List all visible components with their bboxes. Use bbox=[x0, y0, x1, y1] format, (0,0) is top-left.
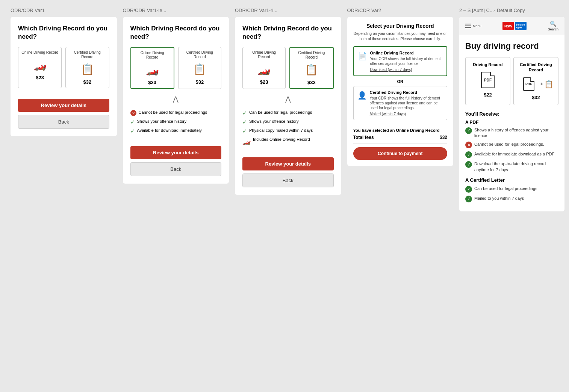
col4-total-label: Total fees bbox=[353, 135, 374, 140]
col2-feature-3: ✓ Available for download immediately bbox=[130, 128, 222, 134]
pricing-card-1-title: Driving Record bbox=[470, 62, 505, 67]
pdf-item-3: ✓ Available for immediate download as a … bbox=[465, 151, 558, 158]
col3-check-icon-1: ✓ bbox=[242, 110, 247, 116]
pdf-item-2: ✕ Cannot be used for legal proceedings. bbox=[465, 142, 558, 148]
col2-product-1-price: $23 bbox=[148, 80, 156, 85]
right-panel: 2 – S [Auth] C...- Default Copy Menu NSW bbox=[456, 8, 561, 384]
check-icon-6: ✓ bbox=[465, 196, 472, 202]
check-icon-4: ✓ bbox=[465, 161, 472, 168]
col1-card: Which Driving Record do you need? Online… bbox=[11, 17, 117, 136]
col3-products: Online Driving Record 🏎️ $23 Certified D… bbox=[242, 47, 334, 89]
col1-product-2-icon: 📋 bbox=[81, 63, 94, 75]
col1-product-2-price: $32 bbox=[83, 79, 92, 85]
pdf-icon-1: PDF bbox=[481, 72, 495, 88]
col1-product-1[interactable]: Online Driving Record 🏎️ $23 bbox=[18, 47, 62, 88]
col1-product-2[interactable]: Certified Driving Record 📋 $32 bbox=[65, 47, 109, 88]
right-panel-header: 2 – S [Auth] C...- Default Copy bbox=[459, 8, 558, 13]
col2-arrow: ⋀ bbox=[130, 95, 222, 103]
col3-product-2-icon: 📋 bbox=[305, 63, 318, 76]
col3-check-icon-3: ✓ bbox=[242, 128, 247, 134]
col4-card: Select your Driving Record Depending on … bbox=[347, 17, 454, 166]
col1-product-2-label: Certified Driving Record bbox=[69, 50, 106, 59]
pricing-cards: Driving Record PDF $22 Certified Driving… bbox=[465, 57, 558, 105]
svg-text:NSW: NSW bbox=[504, 24, 512, 28]
col1-header: ODR/CDR Var1 bbox=[11, 8, 117, 13]
svg-text:NSW: NSW bbox=[516, 26, 522, 29]
search-area[interactable]: 🔍 Search bbox=[548, 21, 558, 31]
col3-product-2[interactable]: Certified Driving Record 📋 $32 bbox=[289, 47, 333, 89]
plus-sign: + bbox=[540, 81, 543, 87]
col1-review-button[interactable]: Review your details bbox=[18, 99, 109, 112]
letter-item-2: ✓ Mailed to you within 7 days bbox=[465, 196, 558, 202]
col3-review-button[interactable]: Review your details bbox=[242, 157, 334, 170]
col4-option-2-link[interactable]: Mailed (within 7 days) bbox=[370, 112, 406, 116]
cert-icon: 📋 bbox=[544, 80, 554, 89]
column-2: ODR/CDR Var1-le... Which Driving Record … bbox=[120, 8, 232, 384]
check-icon-1: ✓ bbox=[465, 127, 472, 134]
col2-check-icon-2: ✓ bbox=[130, 119, 135, 125]
hamburger-icon bbox=[465, 24, 471, 28]
col2-product-2[interactable]: Certified Driving Record 📋 $32 bbox=[178, 47, 221, 89]
nsw-logo: NSW bbox=[502, 22, 514, 30]
col2-product-1[interactable]: Online Driving Record 🏎️ $23 bbox=[130, 47, 174, 89]
letter-section-title: A Certified Letter bbox=[465, 177, 558, 183]
menu-area[interactable]: Menu bbox=[465, 24, 481, 28]
col3-back-button[interactable]: Back bbox=[242, 173, 334, 187]
letter-item-1: ✓ Can be used for legal proceedings bbox=[465, 186, 558, 193]
pdf-item-4: ✓ Download the up-to-date driving record… bbox=[465, 161, 558, 173]
pdf-item-1: ✓ Shows a history of offences against yo… bbox=[465, 127, 558, 139]
logo-area: NSW Service NSW bbox=[502, 22, 527, 30]
col2-cross-icon-1: ✕ bbox=[130, 110, 136, 116]
col4-option-2-body: Certified Driving Record Your CDR shows … bbox=[370, 90, 443, 116]
pdf-icon-2: PDF bbox=[523, 77, 534, 91]
col4-option-1[interactable]: 📄 Online Driving Record Your ODR shows t… bbox=[353, 46, 448, 76]
right-panel-body: Buy driving record Driving Record PDF $2… bbox=[459, 35, 564, 211]
column-4: ODR/CDR Var2 Select your Driving Record … bbox=[344, 8, 457, 384]
col4-selected-label: You have selected an Online Driving Reco… bbox=[353, 124, 448, 133]
col4-option-1-body: Online Driving Record Your ODR shows the… bbox=[370, 51, 443, 72]
col1-product-1-icon: 🏎️ bbox=[33, 59, 47, 71]
service-nsw-logo: Service NSW bbox=[515, 22, 527, 30]
you-receive-section: You'll Receive: A PDF ✓ Shows a history … bbox=[465, 111, 558, 203]
col3-product-1[interactable]: Online Driving Record 🏎️ $23 bbox=[242, 47, 286, 89]
col3-product-2-label: Certified Driving Record bbox=[293, 51, 330, 60]
search-icon: 🔍 bbox=[550, 21, 556, 27]
pdf-section-title: A PDF bbox=[465, 120, 558, 125]
right-panel-title: Buy driving record bbox=[465, 41, 558, 51]
col2-card: Which Driving Record do you need? Online… bbox=[123, 17, 229, 184]
col2-title: Which Driving Record do you need? bbox=[130, 24, 222, 41]
svg-text:Service: Service bbox=[516, 23, 525, 26]
col2-product-1-icon: 🏎️ bbox=[146, 63, 159, 76]
check-icon-3: ✓ bbox=[465, 151, 472, 158]
check-icon-5: ✓ bbox=[465, 186, 472, 193]
pricing-card-1: Driving Record PDF $22 bbox=[465, 57, 510, 105]
col2-product-1-label: Online Driving Record bbox=[134, 51, 171, 60]
col4-option-1-link[interactable]: Download (within 7 days) bbox=[370, 68, 412, 72]
col1-back-button[interactable]: Back bbox=[18, 115, 109, 129]
pricing-card-2-price: $32 bbox=[518, 95, 554, 100]
col4-subtitle: Depending on your circumstances you may … bbox=[353, 31, 448, 42]
you-receive-title: You'll Receive: bbox=[465, 111, 558, 117]
col4-title: Select your Driving Record bbox=[353, 23, 448, 29]
col4-header: ODR/CDR Var2 bbox=[347, 8, 454, 13]
col2-review-button[interactable]: Review your details bbox=[130, 146, 222, 159]
col2-products: Online Driving Record 🏎️ $23 Certified D… bbox=[130, 47, 222, 89]
col2-back-button[interactable]: Back bbox=[130, 162, 222, 176]
menu-label: Menu bbox=[473, 24, 481, 28]
col3-header: ODR/CDR Var1-ri... bbox=[235, 8, 341, 13]
col4-total-amount: $32 bbox=[440, 135, 447, 140]
col3-feature-1: ✓ Can be used for legal proceedings bbox=[242, 110, 334, 116]
pricing-card-2-title: Certified Driving Record bbox=[518, 62, 554, 73]
col3-combo-icon-4: 🏎️ bbox=[242, 137, 251, 145]
col4-option-2[interactable]: 👤 Certified Driving Record Your CDR show… bbox=[353, 86, 448, 120]
col2-feature-1: ✕ Cannot be used for legal proceedings bbox=[130, 110, 222, 116]
col1-title: Which Driving Record do you need? bbox=[18, 24, 109, 41]
col3-product-1-price: $23 bbox=[260, 79, 268, 85]
col4-continue-button[interactable]: Continue to payment bbox=[353, 147, 448, 160]
col3-product-2-price: $32 bbox=[307, 80, 316, 85]
cross-icon-2: ✕ bbox=[465, 142, 472, 148]
col3-arrow: ⋀ bbox=[242, 95, 334, 103]
col4-option-1-icon: 📄 bbox=[358, 51, 367, 72]
col3-title: Which Driving Record do you need? bbox=[242, 24, 334, 41]
col1-product-1-price: $23 bbox=[36, 75, 44, 80]
